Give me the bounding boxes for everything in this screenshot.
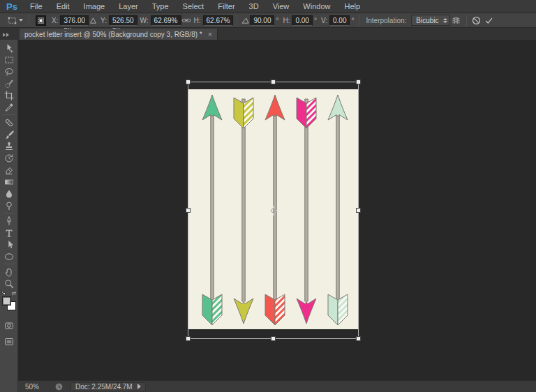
path-selection-tool[interactable]: [1, 239, 17, 250]
document-tab[interactable]: pocket letter insert @ 50% (Background c…: [20, 29, 218, 40]
spot-healing-brush-tool-icon: [3, 117, 15, 128]
ellipse-tool[interactable]: [1, 250, 17, 262]
menu-items: FileEditImageLayerTypeSelectFilter3DView…: [23, 0, 367, 13]
transform-tool-preset[interactable]: [5, 15, 25, 26]
interpolation-dropdown[interactable]: Bicubic: [411, 15, 449, 26]
transform-bounding-box[interactable]: [188, 82, 359, 339]
maintain-aspect-ratio-button[interactable]: [181, 15, 191, 27]
commit-transform-button[interactable]: [483, 15, 496, 27]
swap-colors-icon[interactable]: ⇄: [12, 290, 17, 296]
type-tool[interactable]: [1, 227, 17, 239]
menu-bar: Ps FileEditImageLayerTypeSelectFilter3DV…: [0, 0, 536, 13]
lasso-tool[interactable]: [1, 66, 17, 77]
eraser-tool-icon: [3, 165, 15, 176]
menu-item-layer[interactable]: Layer: [112, 2, 145, 10]
link-icon: [181, 16, 191, 24]
pen-tool-icon: [3, 216, 15, 227]
eyedropper-tool-icon: [3, 102, 15, 113]
rotation-unit: °: [276, 17, 278, 24]
height-field[interactable]: 62.67%: [203, 15, 234, 26]
menu-item-select[interactable]: Select: [176, 2, 211, 10]
brush-tool[interactable]: [1, 128, 17, 140]
interpolation-label: Interpolation:: [366, 17, 406, 24]
lasso-tool-icon: [3, 66, 15, 77]
move-tool[interactable]: [1, 42, 17, 54]
move-tool-icon: [3, 43, 15, 54]
transform-reference-point[interactable]: [269, 206, 278, 216]
zoom-tool[interactable]: [1, 278, 17, 289]
h-skew-unit: °: [314, 17, 317, 24]
menu-item-edit[interactable]: Edit: [50, 2, 77, 10]
relative-positioning-button[interactable]: [89, 15, 98, 27]
pen-tool[interactable]: [1, 215, 17, 227]
transform-handle-middle-right[interactable]: [356, 208, 361, 213]
warp-mode-button[interactable]: [450, 15, 463, 27]
reference-point-locator[interactable]: [36, 15, 46, 26]
default-colors-icon[interactable]: [1, 291, 6, 295]
toolbar-separator: [3, 213, 15, 213]
document-info-field[interactable]: Doc: 2.25M/24.7M: [70, 382, 146, 391]
spot-healing-brush-tool[interactable]: [1, 116, 17, 128]
options-bar-grip[interactable]: [1, 15, 2, 26]
warp-grid-icon: [451, 15, 461, 26]
toolbar-separator: [3, 114, 15, 115]
status-clock-icon: [54, 382, 64, 391]
width-field[interactable]: 62.69%: [151, 15, 181, 26]
blur-tool[interactable]: [1, 188, 17, 199]
document-tab-title: pocket letter insert @ 50% (Background c…: [24, 31, 202, 38]
menu-item-help[interactable]: Help: [337, 2, 367, 10]
menu-item-filter[interactable]: Filter: [211, 2, 241, 10]
zoom-level-field[interactable]: 50%: [25, 383, 49, 391]
rectangular-marquee-tool[interactable]: [1, 54, 17, 66]
menu-item-view[interactable]: View: [266, 2, 297, 10]
h-skew-field[interactable]: 0.00: [292, 15, 312, 26]
checkmark-icon: [484, 15, 494, 26]
free-transform-icon: [7, 15, 17, 26]
transform-handle-middle-left[interactable]: [186, 208, 191, 213]
path-selection-tool-icon: [3, 239, 15, 250]
clone-stamp-tool[interactable]: [1, 140, 17, 152]
x-position-field[interactable]: 376.00 px: [60, 15, 89, 26]
cancel-icon: [471, 15, 482, 26]
quick-mask-mode-button[interactable]: [1, 319, 17, 331]
history-brush-tool[interactable]: [1, 152, 17, 164]
rotation-field[interactable]: 90.00: [250, 15, 274, 26]
toolbar-collapse-button[interactable]: [0, 33, 20, 40]
menu-item-image[interactable]: Image: [77, 2, 112, 10]
status-menu-arrow-icon[interactable]: [137, 384, 141, 389]
transform-handle-top-right[interactable]: [356, 80, 361, 84]
y-position-field[interactable]: 526.50 px: [109, 15, 137, 26]
canvas-area[interactable]: [18, 40, 536, 380]
gradient-tool[interactable]: [1, 176, 17, 188]
crop-tool[interactable]: [1, 89, 17, 101]
transform-options-bar: X: 376.00 px Y: 526.50 px W: 62.69% H: 6…: [0, 13, 536, 28]
menu-item-type[interactable]: Type: [145, 2, 176, 10]
transform-handle-bottom-left[interactable]: [186, 336, 191, 341]
color-swatches: ⇄: [1, 292, 17, 315]
v-skew-field[interactable]: 0.00: [329, 15, 350, 26]
transform-handle-bottom-right[interactable]: [356, 336, 361, 341]
transform-handle-top-center[interactable]: [271, 80, 276, 84]
dodge-tool[interactable]: [1, 199, 17, 211]
hand-tool[interactable]: [1, 266, 17, 278]
transform-handle-top-left[interactable]: [186, 80, 191, 84]
v-skew-label: V:: [321, 17, 327, 24]
menu-item-3d[interactable]: 3D: [242, 2, 266, 10]
eraser-tool[interactable]: [1, 164, 17, 176]
foreground-color-swatch[interactable]: [2, 296, 11, 306]
cancel-transform-button[interactable]: [470, 15, 483, 27]
quick-selection-tool[interactable]: [1, 77, 17, 89]
rotation-angle-icon: [241, 15, 250, 27]
document-tab-bar: pocket letter insert @ 50% (Background c…: [0, 28, 536, 40]
menu-item-window[interactable]: Window: [296, 2, 337, 10]
x-label: X:: [52, 17, 58, 24]
v-skew-unit: °: [351, 17, 354, 24]
menu-item-file[interactable]: File: [23, 2, 50, 10]
screen-mode-button[interactable]: [1, 336, 17, 347]
eyedropper-tool[interactable]: [1, 101, 17, 113]
transform-handle-bottom-center[interactable]: [271, 336, 276, 341]
gradient-tool-icon: [3, 176, 15, 188]
preset-dropdown-arrow: [19, 19, 23, 22]
tab-close-icon[interactable]: ×: [208, 31, 212, 38]
photoshop-logo: Ps: [0, 1, 23, 12]
